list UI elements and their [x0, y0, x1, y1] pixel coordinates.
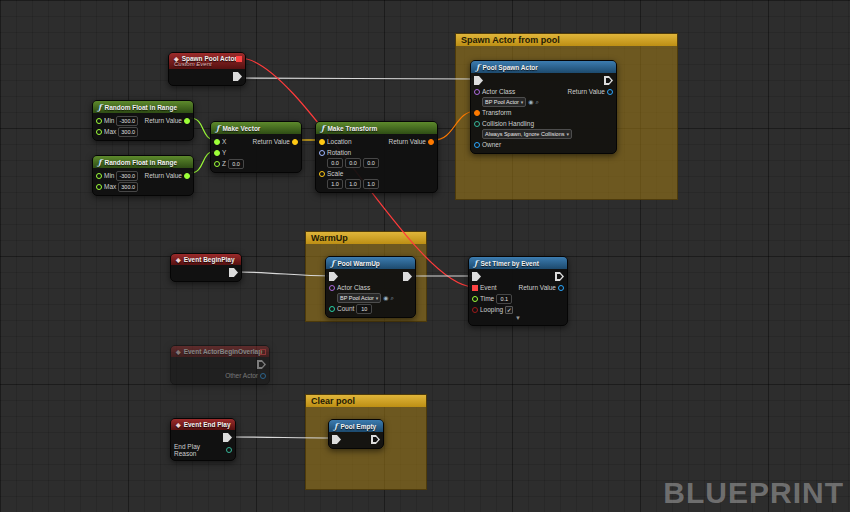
max-label: Max: [104, 183, 116, 190]
exec-out-pin[interactable]: [604, 76, 613, 85]
function-icon: ƒ: [98, 158, 101, 166]
z-pin[interactable]: [214, 161, 220, 167]
node-event-beginplay[interactable]: ◈ Event BeginPlay: [170, 253, 242, 282]
comment-title[interactable]: Clear pool: [306, 395, 426, 407]
exec-in-pin[interactable]: [474, 76, 483, 85]
time-pin[interactable]: [472, 296, 478, 302]
collision-handling-dropdown[interactable]: Always Spawn, Ignore Collisions ▾: [482, 129, 572, 139]
exec-in-pin[interactable]: [332, 435, 341, 444]
use-selected-asset-icon[interactable]: ◉: [383, 295, 388, 301]
delegate-pin[interactable]: [236, 56, 242, 62]
max-value-input[interactable]: 300.0: [118, 182, 138, 192]
y-pin[interactable]: [214, 150, 220, 156]
node-pool-warmup[interactable]: ƒ Pool WarmUp Actor Class BP Pool Actor …: [325, 256, 416, 318]
count-pin[interactable]: [329, 306, 335, 312]
function-icon: ƒ: [98, 103, 101, 111]
exec-out-pin[interactable]: [229, 268, 238, 277]
z-label: Z: [222, 160, 226, 167]
node-make-transform[interactable]: ƒ Make Transform Location Return Value R…: [315, 121, 438, 193]
node-title: Pool WarmUp: [337, 260, 379, 267]
time-label: Time: [480, 295, 494, 302]
min-value-input[interactable]: -300.0: [116, 171, 138, 181]
return-value-pin[interactable]: [558, 285, 564, 291]
function-icon: ƒ: [476, 63, 479, 71]
node-pool-spawn-actor[interactable]: ƒ Pool Spawn Actor Actor Class Return Va…: [470, 60, 617, 154]
z-value-input[interactable]: 0.0: [228, 159, 244, 169]
end-play-reason-pin[interactable]: [226, 447, 232, 453]
actor-class-pin[interactable]: [329, 285, 335, 291]
time-value-input[interactable]: 0.1: [496, 294, 512, 304]
looping-pin[interactable]: [472, 307, 478, 313]
max-pin[interactable]: [96, 184, 102, 190]
comment-title[interactable]: WarmUp: [306, 232, 426, 244]
node-title: Make Vector: [222, 125, 260, 132]
scale-z-input[interactable]: 1.0: [363, 179, 379, 189]
actor-class-label: Actor Class: [337, 284, 370, 291]
function-icon: ƒ: [331, 259, 334, 267]
rotation-pin[interactable]: [319, 150, 325, 156]
exec-out-pin[interactable]: [555, 272, 564, 281]
return-value-label: Return Value: [568, 88, 605, 95]
looping-checkbox[interactable]: ✓: [505, 306, 513, 314]
location-pin[interactable]: [319, 139, 325, 145]
use-selected-asset-icon[interactable]: ◉: [528, 99, 533, 105]
delegate-pin[interactable]: [260, 349, 266, 355]
return-value-pin[interactable]: [184, 173, 190, 179]
node-random-float-in-range-2[interactable]: ƒ Random Float in Range Min -300.0 Retur…: [92, 155, 194, 196]
browse-asset-icon[interactable]: ⌕: [536, 99, 539, 105]
node-make-vector[interactable]: ƒ Make Vector X Return Value Y Z: [210, 121, 302, 173]
x-pin[interactable]: [214, 139, 220, 145]
wire-exec-customevent-to-poolspawn: [240, 78, 476, 79]
comment-title[interactable]: Spawn Actor from pool: [456, 34, 677, 46]
exec-in-pin[interactable]: [329, 272, 338, 281]
event-icon: ◈: [176, 349, 181, 355]
rotation-x-input[interactable]: 0.0: [327, 158, 343, 168]
node-random-float-in-range-1[interactable]: ƒ Random Float in Range Min -300.0 Retur…: [92, 100, 194, 141]
count-label: Count: [337, 305, 354, 312]
node-pool-empty[interactable]: ƒ Pool Empty: [328, 419, 384, 449]
return-value-pin[interactable]: [428, 139, 434, 145]
actor-class-pin[interactable]: [474, 89, 480, 95]
return-value-pin[interactable]: [184, 118, 190, 124]
min-pin[interactable]: [96, 173, 102, 179]
min-value-input[interactable]: -300.0: [116, 116, 138, 126]
blueprint-graph-canvas[interactable]: Spawn Actor from pool WarmUp Clear pool …: [0, 0, 850, 512]
node-title: Random Float in Range: [104, 159, 177, 166]
function-icon: ƒ: [321, 124, 324, 132]
collision-handling-value: Always Spawn, Ignore Collisions: [485, 130, 564, 138]
owner-pin[interactable]: [474, 142, 480, 148]
function-icon: ƒ: [334, 422, 337, 430]
event-delegate-pin[interactable]: [472, 285, 478, 291]
other-actor-label: Other Actor: [225, 372, 258, 379]
node-set-timer-by-event[interactable]: ƒ Set Timer by Event Event Return Value: [468, 256, 568, 326]
scale-x-input[interactable]: 1.0: [327, 179, 343, 189]
rotation-z-input[interactable]: 0.0: [363, 158, 379, 168]
rotation-y-input[interactable]: 0.0: [345, 158, 361, 168]
scale-pin[interactable]: [319, 171, 325, 177]
exec-out-pin[interactable]: [371, 435, 380, 444]
other-actor-pin[interactable]: [260, 373, 266, 379]
return-value-pin[interactable]: [607, 89, 613, 95]
node-event-end-play[interactable]: ◈ Event End Play End Play Reason: [170, 418, 236, 461]
collapse-chevron-icon[interactable]: ▼: [469, 315, 567, 322]
transform-pin[interactable]: [474, 110, 480, 116]
scale-y-input[interactable]: 1.0: [345, 179, 361, 189]
actor-class-dropdown[interactable]: BP Pool Actor ▾: [337, 293, 381, 303]
exec-out-pin[interactable]: [257, 360, 266, 369]
min-label: Min: [104, 117, 114, 124]
exec-out-pin[interactable]: [403, 272, 412, 281]
return-value-pin[interactable]: [292, 139, 298, 145]
actor-class-dropdown[interactable]: BP Pool Actor ▾: [482, 97, 526, 107]
browse-asset-icon[interactable]: ⌕: [391, 295, 394, 301]
exec-out-pin[interactable]: [223, 433, 232, 442]
max-value-input[interactable]: 300.0: [118, 127, 138, 137]
collision-handling-pin[interactable]: [474, 121, 480, 127]
node-event-actorbeginoverlap[interactable]: ◈ Event ActorBeginOverlap Other Actor: [170, 345, 270, 385]
min-pin[interactable]: [96, 118, 102, 124]
max-pin[interactable]: [96, 129, 102, 135]
count-value-input[interactable]: 10: [356, 304, 372, 314]
exec-in-pin[interactable]: [472, 272, 481, 281]
exec-out-pin[interactable]: [233, 72, 242, 81]
node-custom-event-spawn-pool-actor[interactable]: ◈ Spawn Pool Actor Custom Event: [168, 52, 246, 86]
function-icon: ƒ: [474, 259, 477, 267]
